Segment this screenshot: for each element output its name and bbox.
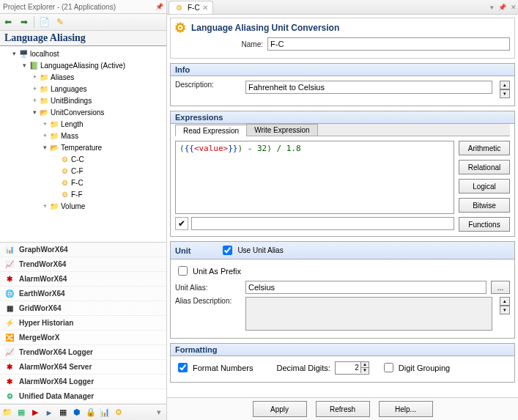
- mini-icon[interactable]: 🔒: [85, 407, 97, 419]
- format-numbers-label: Format Numbers: [193, 364, 254, 372]
- digit-grouping-checkbox[interactable]: Digit Grouping: [381, 361, 450, 375]
- page-title: ⚙ Language Aliasing Unit Conversion: [175, 23, 510, 33]
- browse-alias-button[interactable]: ...: [491, 281, 510, 294]
- tree-label: Length: [61, 120, 84, 128]
- unit-alias-input[interactable]: [245, 281, 486, 294]
- app-gridworx[interactable]: ▦GridWorX64: [0, 301, 166, 316]
- tab-read-expression[interactable]: Read Expression: [175, 125, 247, 136]
- unit-as-prefix-input[interactable]: [178, 266, 188, 276]
- project-explorer-panel: Project Explorer - (21 Applications) 📌 ⬅…: [0, 0, 167, 420]
- info-section: Info Description: ▴▾: [170, 63, 515, 106]
- dropdown-icon[interactable]: ▾: [490, 4, 494, 11]
- unit-as-prefix-checkbox[interactable]: Unit As Prefix: [175, 264, 241, 278]
- back-icon[interactable]: ⬅: [1, 15, 15, 29]
- name-input[interactable]: [267, 37, 510, 51]
- mini-icon[interactable]: 📊: [99, 407, 111, 419]
- tree-folder-mass[interactable]: +📁 Mass: [0, 130, 166, 141]
- app-trendworx[interactable]: 📈TrendWorX64: [0, 257, 166, 272]
- info-legend: Info: [175, 65, 190, 74]
- close-doc-icon[interactable]: ✕: [202, 4, 208, 12]
- tree-folder-unitbindings[interactable]: +📁 UnitBindings: [0, 95, 166, 106]
- app-label: TrendWorX64: [19, 260, 66, 268]
- spin-down-icon[interactable]: ▼: [360, 368, 369, 373]
- format-numbers-input[interactable]: [178, 363, 188, 372]
- tree-label: UnitConversions: [51, 108, 104, 117]
- expression-code[interactable]: ({{<value>}}) - 32) / 1.8: [175, 141, 454, 214]
- mini-icon[interactable]: ▦: [15, 407, 27, 419]
- help-button[interactable]: Help...: [379, 401, 433, 417]
- tree-app[interactable]: ▾📗 LanguageAliasing (Active): [0, 59, 166, 71]
- app-graphworx[interactable]: 📊GraphWorX64: [0, 243, 166, 257]
- tree-item-cf[interactable]: ⚙ C-F: [0, 165, 166, 177]
- close-icon[interactable]: ✕: [511, 4, 517, 11]
- tab-write-expression[interactable]: Write Expression: [246, 124, 317, 136]
- description-scroll[interactable]: ▴▾: [500, 81, 510, 98]
- pin-icon[interactable]: 📌: [155, 3, 163, 10]
- tree-folder-volume[interactable]: +📁 Volume: [0, 200, 166, 212]
- spin-up-icon[interactable]: ▲: [360, 362, 369, 368]
- expression-input[interactable]: [191, 217, 454, 230]
- app-label: GridWorX64: [19, 304, 62, 312]
- tree-item-ff[interactable]: ⚙ F-F: [0, 188, 166, 200]
- tree-folder-length[interactable]: +📁 Length: [0, 118, 166, 130]
- app-alarmworx[interactable]: ✱AlarmWorX64: [0, 272, 166, 287]
- tree-folder-unitconversions[interactable]: ▾📂 UnitConversions: [0, 106, 166, 118]
- description-input[interactable]: [245, 81, 492, 94]
- app-unified-data-manager[interactable]: ⚙Unified Data Manager: [0, 389, 166, 404]
- refresh-button[interactable]: Refresh: [316, 401, 370, 417]
- format-numbers-checkbox[interactable]: Format Numbers: [175, 361, 254, 375]
- mini-icon[interactable]: ⚙: [113, 407, 125, 419]
- digit-grouping-label: Digit Grouping: [399, 364, 450, 372]
- mini-icon[interactable]: ⬢: [71, 407, 83, 419]
- gear-icon: ⚙: [174, 2, 184, 12]
- mini-icon[interactable]: 📁: [1, 407, 13, 419]
- project-tree[interactable]: ▾🖥️ localhost ▾📗 LanguageAliasing (Activ…: [0, 46, 166, 242]
- tree-folder-aliases[interactable]: +📁 Aliases: [0, 71, 166, 83]
- edit-icon[interactable]: ✎: [53, 15, 67, 29]
- use-unit-alias-checkbox[interactable]: Use Unit Alias: [220, 243, 283, 257]
- app-label: AlarmWorX64 Server: [19, 363, 92, 371]
- title-section: ⚙ Language Aliasing Unit Conversion Name…: [170, 18, 515, 59]
- app-hyperhistorian[interactable]: ⚡Hyper Historian: [0, 316, 166, 331]
- mini-icon[interactable]: ►: [43, 407, 55, 419]
- chevron-down-icon[interactable]: ▾: [153, 407, 165, 419]
- app-label: Hyper Historian: [19, 319, 73, 327]
- editor-content: ⚙ Language Aliasing Unit Conversion Name…: [167, 15, 518, 397]
- page-title-text: Language Aliasing Unit Conversion: [191, 23, 339, 33]
- expressions-section: Expressions Read Expression Write Expres…: [170, 111, 515, 237]
- use-unit-alias-input[interactable]: [223, 246, 232, 255]
- app-mergeworx[interactable]: 🔀MergeWorX: [0, 331, 166, 345]
- forward-icon[interactable]: ➡: [18, 15, 31, 29]
- decimal-digits-label: Decimal Digits:: [277, 364, 330, 372]
- app-alarmworx-logger[interactable]: ✱AlarmWorX64 Logger: [0, 375, 166, 389]
- formatting-section: Formatting Format Numbers Decimal Digits…: [170, 343, 515, 383]
- tree-item-cc[interactable]: ⚙ C-C: [0, 153, 166, 165]
- app-alarmworx-server[interactable]: ✱AlarmWorX64 Server: [0, 360, 166, 375]
- mini-icon[interactable]: ▶: [29, 407, 41, 419]
- relational-button[interactable]: Relational: [459, 160, 510, 174]
- footer-buttons: Apply Refresh Help...: [167, 397, 518, 420]
- tree-label: UnitBindings: [51, 97, 92, 105]
- document-tab[interactable]: ⚙ F-C ✕: [169, 1, 213, 14]
- functions-button[interactable]: Functions: [459, 217, 510, 232]
- tree-root[interactable]: ▾🖥️ localhost: [0, 48, 166, 59]
- arithmetic-button[interactable]: Arithmetic: [459, 141, 510, 155]
- app-trendworx-logger[interactable]: 📈TrendWorX64 Logger: [0, 345, 166, 360]
- mini-icon[interactable]: ▦: [57, 407, 69, 419]
- app-earthworx[interactable]: 🌐EarthWorX64: [0, 287, 166, 301]
- digit-grouping-input[interactable]: [384, 363, 393, 372]
- unit-section: Unit Use Unit Alias Unit As Prefix: [170, 241, 515, 339]
- alias-desc-scroll[interactable]: ▴▾: [500, 297, 510, 314]
- new-folder-icon[interactable]: 📄: [37, 15, 51, 29]
- tree-folder-languages[interactable]: +📁 Languages: [0, 83, 166, 95]
- tree-item-fc[interactable]: ⚙ F-C: [0, 177, 166, 188]
- decimal-digits-stepper[interactable]: ▲▼: [335, 361, 369, 375]
- apply-button[interactable]: Apply: [253, 401, 307, 417]
- pin-icon[interactable]: 📌: [498, 4, 506, 11]
- bitwise-button[interactable]: Bitwise: [459, 198, 510, 213]
- expression-check-icon[interactable]: ✔: [175, 217, 188, 230]
- logical-button[interactable]: Logical: [459, 179, 510, 194]
- decimal-digits-input[interactable]: [336, 362, 360, 374]
- tree-folder-temperature[interactable]: ▾📂 Temperature: [0, 141, 166, 153]
- editor-panel: ⚙ F-C ✕ ▾ 📌 ✕ ⚙ Language Aliasing Unit C…: [167, 0, 518, 420]
